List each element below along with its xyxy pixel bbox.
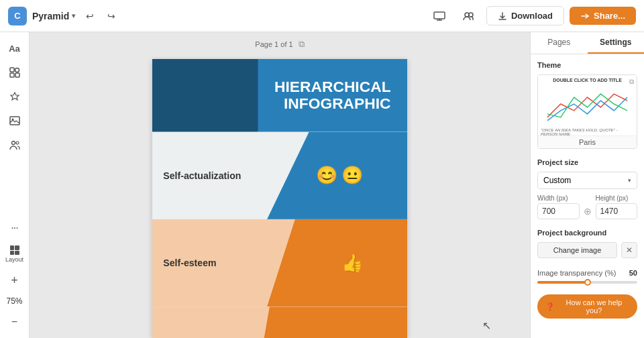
- sidebar-icon-more[interactable]: ···: [4, 217, 25, 239]
- right-panel-tabs: Pages Settings: [531, 32, 644, 54]
- project-size-section: Project size Custom ▾ Width (px) ⊕ Heigh…: [531, 158, 644, 229]
- icon-face1: 😊: [316, 166, 338, 186]
- external-link-icon[interactable]: ⧉: [629, 78, 634, 86]
- change-image-button[interactable]: Change image: [537, 242, 617, 258]
- main-area: Aa ··· Layout + 75% − Pa: [0, 32, 644, 338]
- download-button[interactable]: Download: [486, 6, 564, 25]
- theme-label: Theme: [537, 61, 637, 69]
- theme-card[interactable]: DOUBLE CLICK TO ADD TITLE "ONCE AN IDEA …: [537, 74, 637, 149]
- help-section: ❓ How can we help you?: [531, 288, 644, 325]
- section1-text: Self-actualization: [163, 170, 241, 181]
- height-input[interactable]: [596, 203, 638, 219]
- size-select[interactable]: Custom ▾: [537, 172, 637, 189]
- svg-rect-8: [15, 73, 19, 77]
- section2-shape: [267, 219, 407, 306]
- tab-pages[interactable]: Pages: [531, 32, 588, 54]
- share-button[interactable]: Share...: [570, 7, 636, 25]
- transparency-label-row: Image transparency (%) 50: [537, 269, 637, 277]
- section1-icons: 😊 😐: [316, 166, 364, 186]
- svg-rect-0: [434, 12, 445, 19]
- mouse-cursor: ↖: [482, 319, 491, 332]
- svg-point-6: [15, 68, 19, 72]
- section-self-esteem: Self-esteem 👍: [152, 219, 407, 306]
- header-right-block: HIERARCHICAL INFOGRAPHIC: [258, 59, 407, 132]
- slider-thumb: [584, 279, 591, 286]
- layout-icon: [10, 245, 19, 255]
- icon-face2: 😐: [341, 166, 364, 186]
- sidebar-icon-add[interactable]: +: [4, 270, 25, 291]
- height-label: Height (px): [596, 194, 638, 202]
- sidebar-icon-elements[interactable]: [4, 62, 25, 83]
- sidebar-icon-text[interactable]: Aa: [4, 38, 25, 59]
- width-input-group: Width (px): [537, 194, 580, 219]
- link-icon: ⊕: [584, 198, 592, 217]
- present-button[interactable]: [427, 4, 451, 28]
- undo-button[interactable]: ↩: [80, 7, 99, 25]
- page-label: Page 1 of 1 ⧉: [255, 39, 304, 50]
- select-chevron-icon: ▾: [628, 177, 631, 184]
- width-label: Width (px): [537, 194, 580, 202]
- background-buttons: Change image ✕: [537, 242, 637, 258]
- right-panel: Pages Settings Theme DOUBLE CLICK TO ADD…: [530, 32, 644, 338]
- transparency-section: Image transparency (%) 50: [531, 265, 644, 288]
- section2-icons: 👍: [341, 253, 364, 273]
- svg-rect-7: [10, 73, 14, 77]
- clear-background-button[interactable]: ✕: [621, 242, 637, 258]
- sidebar-icon-brand[interactable]: [4, 86, 25, 107]
- sidebar-icon-photo[interactable]: [4, 110, 25, 131]
- svg-point-3: [465, 13, 469, 17]
- theme-name: Paris: [538, 135, 637, 148]
- help-button[interactable]: ❓ How can we help you?: [537, 294, 637, 319]
- svg-rect-5: [10, 68, 14, 72]
- copy-page-icon[interactable]: ⧉: [299, 39, 305, 50]
- background-label: Project background: [537, 229, 637, 237]
- svg-rect-9: [10, 117, 19, 125]
- svg-point-11: [11, 142, 15, 145]
- title-chevron-icon: ▾: [72, 12, 75, 19]
- transparency-label: Image transparency (%): [537, 269, 616, 277]
- document-title[interactable]: Pyramid ▾: [32, 11, 75, 21]
- theme-preview: DOUBLE CLICK TO ADD TITLE "ONCE AN IDEA …: [538, 75, 637, 135]
- redo-button[interactable]: ↪: [102, 7, 121, 25]
- svg-point-4: [469, 13, 473, 17]
- help-icon: ❓: [545, 302, 555, 311]
- zoom-percent-sidebar: 75%: [6, 294, 22, 308]
- infographic-header: HIERARCHICAL INFOGRAPHIC: [152, 59, 407, 132]
- section3-shape: [254, 306, 407, 338]
- size-inputs: Width (px) ⊕ Height (px): [537, 194, 637, 219]
- canvas-area[interactable]: Page 1 of 1 ⧉ HIERARCHICAL INFOGRAPHIC: [30, 32, 530, 338]
- tab-settings[interactable]: Settings: [588, 32, 645, 54]
- svg-point-12: [16, 142, 19, 144]
- canvas-wrapper[interactable]: HIERARCHICAL INFOGRAPHIC Self-actualizat…: [152, 59, 407, 338]
- section-self-actualization: Self-actualization 😊 😐: [152, 132, 407, 219]
- share-people-button[interactable]: [457, 4, 481, 28]
- transparency-value: 50: [629, 269, 637, 277]
- height-input-group: Height (px): [596, 194, 638, 219]
- header-left-block: [152, 59, 258, 132]
- transparency-slider[interactable]: [537, 281, 637, 284]
- sidebar-icon-people[interactable]: [4, 134, 25, 156]
- history-controls: ↩ ↪: [80, 7, 121, 25]
- infographic: HIERARCHICAL INFOGRAPHIC Self-actualizat…: [152, 59, 407, 338]
- section2-text: Self-esteem: [163, 258, 216, 269]
- project-background-section: Project background Change image ✕: [531, 229, 644, 265]
- layout-button[interactable]: Layout: [0, 241, 29, 267]
- theme-section: Theme DOUBLE CLICK TO ADD TITLE "ONCE AN…: [531, 54, 644, 158]
- icon-thumbsup: 👍: [341, 253, 364, 273]
- section-love-belonging: Love and belonging 💡 ❤️: [152, 306, 407, 338]
- topbar-actions: Download Share...: [427, 4, 636, 28]
- width-input[interactable]: [537, 203, 580, 219]
- sidebar-icon-minus[interactable]: −: [4, 311, 25, 333]
- project-size-label: Project size: [537, 158, 637, 166]
- slider-fill: [537, 281, 588, 284]
- left-sidebar: Aa ··· Layout + 75% −: [0, 32, 30, 338]
- infographic-title: HIERARCHICAL INFOGRAPHIC: [274, 78, 391, 112]
- app-logo: C: [8, 7, 27, 25]
- topbar: C Pyramid ▾ ↩ ↪ Download: [0, 0, 644, 32]
